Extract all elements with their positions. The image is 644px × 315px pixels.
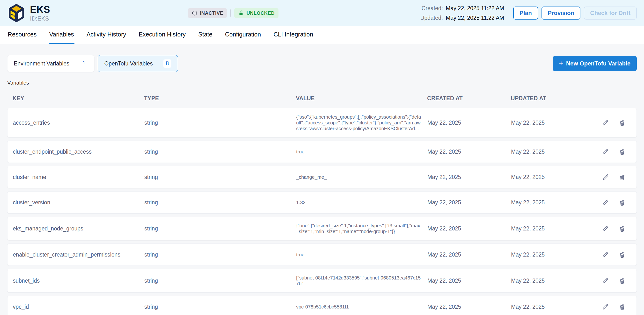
trash-icon	[618, 119, 626, 127]
pencil-icon	[602, 251, 609, 259]
variable-key: subnet_ids	[8, 278, 144, 284]
variable-type: string	[144, 278, 296, 284]
table-row: access_entries string {"sso":{"kubernete…	[7, 108, 637, 137]
pencil-icon	[602, 277, 609, 285]
delete-variable-button[interactable]	[618, 148, 626, 156]
variable-type: string	[144, 252, 296, 258]
updated-value: May 22, 2025 11:22 AM	[446, 15, 504, 21]
variable-value: vpc-078b51c6cbc5581f1	[296, 304, 428, 310]
variable-created-at: May 22, 2025	[428, 225, 511, 232]
variable-created-at: May 22, 2025	[428, 252, 511, 258]
tab-cli-integration[interactable]: CLI Integration	[273, 26, 314, 44]
environment-tabs: Resources Variables Activity History Exe…	[0, 26, 644, 44]
variable-value: ["subnet-08f14e7142d333595","subnet-0680…	[296, 275, 428, 287]
variable-key: cluster_version	[8, 199, 144, 206]
pencil-icon	[602, 225, 609, 232]
column-header-created-at: CREATED AT	[427, 95, 511, 102]
edit-variable-button[interactable]	[602, 225, 609, 232]
new-opentofu-variable-button[interactable]: + New OpenTofu Variable	[552, 56, 637, 71]
trash-icon	[618, 277, 626, 285]
pencil-icon	[602, 119, 609, 127]
column-header-key: KEY	[7, 95, 144, 102]
variable-type: string	[144, 120, 296, 126]
environment-variables-filter[interactable]: Environment Variables 1	[7, 55, 94, 72]
minus-circle-icon	[192, 10, 198, 16]
variable-key: vpc_id	[8, 304, 144, 310]
variables-table: KEY TYPE VALUE CREATED AT UPDATED AT acc…	[7, 95, 637, 315]
opentofu-cube-logo	[7, 3, 26, 23]
delete-variable-button[interactable]	[618, 277, 626, 285]
trash-icon	[618, 148, 626, 156]
variable-updated-at: May 22, 2025	[511, 199, 599, 206]
variable-updated-at: May 22, 2025	[511, 278, 599, 284]
edit-variable-button[interactable]	[602, 277, 609, 285]
table-row: cluster_version string 1.32 May 22, 2025…	[7, 191, 637, 214]
plan-button[interactable]: Plan	[513, 6, 538, 19]
lock-badge-label: UNLOCKED	[246, 11, 274, 15]
variable-type: string	[144, 304, 296, 310]
variable-value: _change_me_	[296, 174, 428, 180]
tab-configuration[interactable]: Configuration	[224, 26, 262, 44]
pencil-icon	[602, 199, 609, 206]
table-row: vpc_id string vpc-078b51c6cbc5581f1 May …	[7, 296, 637, 315]
trash-icon	[618, 199, 626, 206]
created-label: Created:	[416, 5, 443, 11]
variable-key: cluster_name	[8, 174, 144, 180]
variable-created-at: May 22, 2025	[428, 149, 511, 155]
variables-table-body: access_entries string {"sso":{"kubernete…	[7, 108, 637, 315]
provision-button[interactable]: Provision	[542, 6, 580, 19]
opentofu-variables-filter-label: OpenTofu Variables	[104, 60, 152, 67]
edit-variable-button[interactable]	[602, 148, 609, 156]
delete-variable-button[interactable]	[618, 173, 626, 181]
check-for-drift-button[interactable]: Check for Drift	[584, 6, 637, 19]
unlock-icon	[238, 10, 244, 16]
edit-variable-button[interactable]	[602, 119, 609, 127]
table-row: eks_managed_node_groups string {"one":{"…	[7, 217, 637, 240]
delete-variable-button[interactable]	[618, 303, 626, 311]
environment-header: EKS ID:EKS INACTIVE UNLOCKED Created: Ma…	[0, 0, 644, 26]
table-row: subnet_ids string ["subnet-08f14e7142d33…	[7, 269, 637, 293]
table-row: cluster_name string _change_me_ May 22, …	[7, 166, 637, 188]
edit-variable-button[interactable]	[602, 199, 609, 206]
edit-variable-button[interactable]	[602, 251, 609, 259]
variable-created-at: May 22, 2025	[428, 278, 511, 284]
tab-variables[interactable]: Variables	[49, 26, 74, 44]
tab-resources[interactable]: Resources	[7, 26, 37, 44]
variable-value: 1.32	[296, 200, 428, 205]
variables-panel: Environment Variables 1 OpenTofu Variabl…	[0, 44, 644, 315]
variable-created-at: May 22, 2025	[428, 120, 511, 126]
tab-state[interactable]: State	[198, 26, 213, 44]
column-header-value: VALUE	[296, 95, 427, 102]
created-value: May 22, 2025 11:22 AM	[446, 5, 504, 11]
variable-created-at: May 22, 2025	[428, 304, 511, 310]
delete-variable-button[interactable]	[618, 251, 626, 259]
variable-updated-at: May 22, 2025	[511, 252, 599, 258]
trash-icon	[618, 173, 626, 181]
variables-section-label: Variables	[7, 80, 637, 86]
new-opentofu-variable-button-label: New OpenTofu Variable	[566, 60, 630, 67]
updated-label: Updated:	[416, 15, 443, 21]
plus-icon: +	[559, 60, 563, 67]
variable-type: string	[144, 174, 296, 180]
tab-activity-history[interactable]: Activity History	[86, 26, 127, 44]
trash-icon	[618, 303, 626, 311]
variable-key: access_entries	[8, 120, 144, 126]
lock-status-badge: UNLOCKED	[234, 8, 278, 18]
opentofu-variables-filter[interactable]: OpenTofu Variables 8	[98, 55, 178, 72]
variable-value: {"one":{"desired_size":1,"instance_types…	[296, 223, 428, 234]
trash-icon	[618, 251, 626, 259]
variable-type: string	[144, 225, 296, 232]
opentofu-variables-count: 8	[164, 59, 172, 68]
tab-execution-history[interactable]: Execution History	[138, 26, 186, 44]
variable-updated-at: May 22, 2025	[511, 149, 599, 155]
variable-created-at: May 22, 2025	[428, 199, 511, 206]
edit-variable-button[interactable]	[602, 173, 609, 181]
variable-type: string	[144, 149, 296, 155]
edit-variable-button[interactable]	[602, 303, 609, 311]
variable-type: string	[144, 199, 296, 206]
delete-variable-button[interactable]	[618, 199, 626, 206]
variable-value: {"sso":{"kubernetes_groups":[],"policy_a…	[296, 114, 428, 131]
badge-divider	[230, 9, 231, 17]
delete-variable-button[interactable]	[618, 225, 626, 232]
delete-variable-button[interactable]	[618, 119, 626, 127]
